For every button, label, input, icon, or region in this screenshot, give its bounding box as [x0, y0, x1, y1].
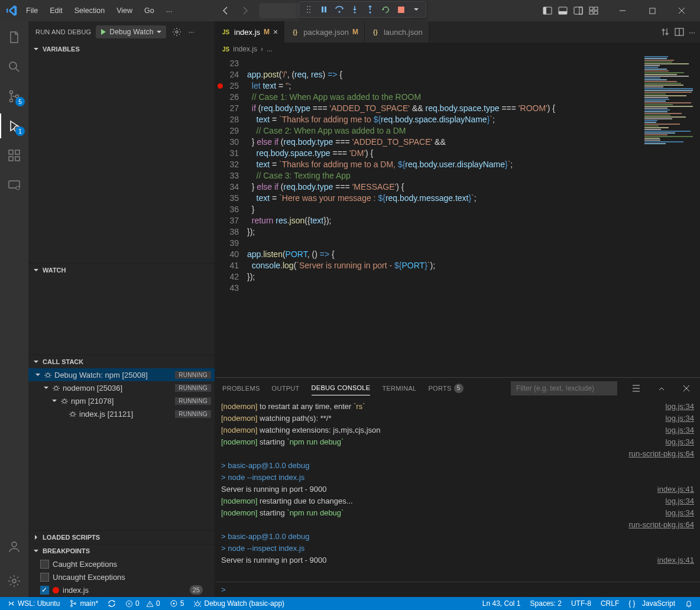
debug-console-output[interactable]: [nodemon] to restart at any time, enter … [215, 398, 700, 582]
panel-maximize-icon[interactable] [655, 382, 668, 395]
callstack-row[interactable]: index.js [21121]RUNNING [28, 407, 215, 420]
section-variables[interactable]: VARIABLES [28, 43, 215, 56]
layout-sidebar-right-icon[interactable] [571, 4, 585, 18]
console-source-link[interactable]: log.js:34 [666, 507, 694, 519]
activity-settings-icon[interactable] [0, 569, 28, 593]
callstack-row[interactable]: Debug Watch: npm [25008]RUNNING [28, 368, 215, 381]
debug-sidebar: RUN AND DEBUG Debug Watch ··· VARIABLES … [28, 21, 215, 597]
editor-tab[interactable]: {}launch.json [365, 21, 429, 43]
panel-tab-debug-console[interactable]: DEBUG CONSOLE [312, 381, 371, 395]
activity-scm-icon[interactable]: 5 [0, 84, 28, 109]
close-icon[interactable]: × [273, 27, 278, 37]
activity-remote-icon[interactable] [0, 173, 28, 197]
minimap[interactable] [641, 56, 700, 377]
panel-tab-output[interactable]: OUTPUT [272, 381, 300, 395]
status-sync[interactable] [105, 599, 118, 608]
panel-tab-terminal[interactable]: TERMINAL [382, 381, 416, 395]
panel-tab-problems[interactable]: PROBLEMS [222, 381, 260, 395]
layout-customize-icon[interactable] [586, 4, 601, 18]
code-content[interactable]: app.post('/', (req, res) => { let text =… [247, 56, 700, 377]
activity-extensions-icon[interactable] [0, 143, 28, 168]
callstack-row[interactable]: nodemon [25036]RUNNING [28, 381, 215, 394]
section-callstack[interactable]: CALL STACK [28, 355, 215, 368]
status-eol[interactable]: CRLF [598, 599, 621, 608]
console-source-link[interactable]: run-script-pkg.js:64 [628, 519, 694, 531]
panel-tree-icon[interactable] [629, 381, 643, 395]
layout-panel-icon[interactable] [556, 4, 570, 18]
sidebar-more-icon[interactable]: ··· [187, 27, 196, 37]
nav-forward-icon[interactable] [236, 2, 253, 19]
status-errors[interactable]: 0 0 [123, 599, 163, 608]
console-source-link[interactable]: index.js:41 [657, 484, 694, 495]
menu-file[interactable]: File [21, 4, 43, 17]
debug-pause-icon[interactable] [317, 2, 331, 17]
status-branch[interactable]: main* [67, 599, 101, 608]
window-minimize-icon[interactable] [609, 0, 636, 21]
nav-back-icon[interactable] [218, 2, 234, 19]
menu-go[interactable]: Go [140, 4, 159, 17]
console-source-link[interactable]: log.js:34 [666, 495, 694, 507]
svg-point-37 [46, 374, 50, 377]
section-breakpoints[interactable]: BREAKPOINTS [28, 544, 215, 557]
section-loaded-scripts[interactable]: LOADED SCRIPTS [28, 531, 215, 544]
editor-tab[interactable]: {}package.jsonM [284, 21, 365, 43]
breadcrumb[interactable]: JS index.js › ... [215, 43, 700, 56]
status-notifications-icon[interactable] [682, 599, 695, 608]
menu-more[interactable]: ··· [161, 4, 177, 18]
section-watch[interactable]: WATCH [28, 264, 215, 277]
bp-uncaught-exceptions[interactable]: Uncaught Exceptions [28, 570, 215, 583]
status-ports[interactable]: 5 [167, 599, 187, 608]
menu-selection[interactable]: Selection [70, 4, 109, 17]
window-close-icon[interactable] [668, 0, 695, 21]
status-encoding[interactable]: UTF-8 [569, 599, 594, 608]
status-language[interactable]: { } JavaScript [626, 599, 678, 608]
console-source-link[interactable]: log.js:34 [666, 401, 694, 413]
debug-step-over-icon[interactable] [332, 2, 346, 17]
activity-search-icon[interactable] [0, 54, 28, 79]
checkbox-icon[interactable] [40, 560, 49, 569]
console-source-link[interactable]: log.js:34 [666, 424, 694, 436]
activity-explorer-icon[interactable] [0, 25, 28, 50]
console-source-link[interactable]: run-script-pkg.js:64 [628, 448, 694, 460]
status-remote[interactable]: WSL: Ubuntu [5, 599, 62, 608]
bp-caught-exceptions[interactable]: Caught Exceptions [28, 557, 215, 570]
bp-file-entry[interactable]: index.js25 [28, 583, 215, 596]
configure-gear-icon[interactable] [171, 26, 183, 38]
debug-stop-icon[interactable] [394, 2, 408, 17]
activity-debug-icon[interactable]: 1 [0, 113, 28, 138]
debug-drag-icon[interactable] [302, 2, 316, 17]
window-maximize-icon[interactable] [639, 0, 666, 21]
vscode-logo-icon [5, 4, 19, 18]
panel-close-icon[interactable] [680, 382, 693, 395]
split-editor-icon[interactable] [675, 27, 684, 37]
status-spaces[interactable]: Spaces: 2 [528, 599, 564, 608]
debug-console-input[interactable]: > [215, 582, 700, 597]
debug-dropdown-icon[interactable] [409, 2, 423, 17]
debug-restart-icon[interactable] [378, 2, 393, 17]
checkbox-checked-icon[interactable] [40, 586, 49, 595]
svg-point-21 [370, 12, 371, 14]
status-cursor[interactable]: Ln 43, Col 1 [480, 599, 523, 608]
console-filter-input[interactable] [511, 381, 617, 395]
compare-changes-icon[interactable] [660, 27, 670, 37]
layout-sidebar-left-icon[interactable] [540, 4, 555, 18]
activity-account-icon[interactable] [0, 534, 28, 559]
console-source-link[interactable]: index.js:41 [657, 554, 694, 566]
debug-step-out-icon[interactable] [363, 2, 377, 17]
checkbox-icon[interactable] [40, 573, 49, 582]
panel-tab-ports[interactable]: PORTS5 [428, 380, 463, 397]
console-source-link[interactable]: log.js:34 [666, 436, 694, 448]
debug-toolbar[interactable] [299, 1, 426, 18]
debug-step-into-icon[interactable] [348, 2, 362, 17]
menu-edit[interactable]: Edit [45, 4, 67, 17]
menu-view[interactable]: View [112, 4, 137, 17]
tab-more-icon[interactable]: ··· [689, 28, 695, 37]
status-debug[interactable]: Debug Watch (basic-app) [191, 599, 287, 608]
line-gutter[interactable]: 2324252627282930313233343536373839404142… [215, 56, 247, 377]
code-editor[interactable]: 2324252627282930313233343536373839404142… [215, 56, 700, 377]
svg-point-24 [10, 91, 13, 94]
editor-tab[interactable]: JSindex.jsM× [215, 21, 284, 43]
console-source-link[interactable]: log.js:34 [666, 413, 694, 424]
callstack-row[interactable]: npm [21078]RUNNING [28, 394, 215, 407]
launch-config-select[interactable]: Debug Watch [96, 25, 166, 38]
